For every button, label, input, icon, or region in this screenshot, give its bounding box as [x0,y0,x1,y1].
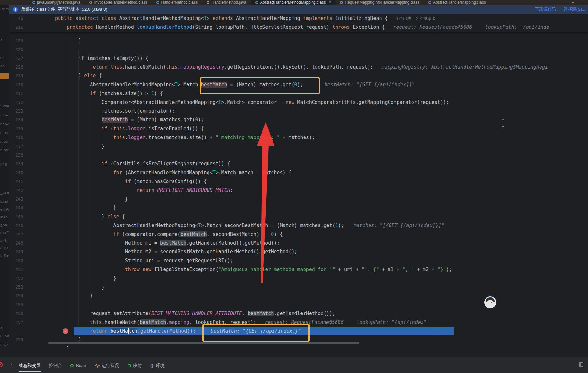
code-line-232: 232 Comparator<AbstractHandlerMethodMapp… [9,98,588,107]
code-line-233: 233 matches.sort(comparator); [9,107,588,115]
flame-icon[interactable]: ≡ [572,0,574,5]
banner-text: 反编译 .class文件, 字节码版本: 52.0 (Java 8) [21,6,107,12]
line-number: 216 [9,23,23,32]
code-text: bestMatch = (Match) matches.get(0); [55,115,204,124]
debug-tab-label: 控制台 [49,363,62,368]
inspection-lines-icon[interactable]: ≣ [502,118,504,122]
inline-debug-hint: matches: "[{GET [/api/index]}]" [354,223,444,228]
tab-abstracthandlermethodmapping-class[interactable]: AbstractHandlerMethodMapping.class× [251,0,336,5]
line-number: 228 [9,63,23,71]
panel-text-fragment: n.con [0,148,9,152]
class-file-icon [428,1,431,4]
inspection-lines-icon-2[interactable]: ≣ [502,125,504,128]
code-text: } [55,291,93,300]
tab-invocablehandlermethod-class[interactable]: InvocableHandlerMethod.class [85,0,152,5]
code-text: Method m2 = secondBestMatch.getHandlerMe… [55,247,297,256]
code-text: AbstractHandlerMethodMapping<T>.Match se… [55,221,444,230]
panel-text-fragment: (dem [0,7,9,11]
line-number: 237 [9,142,23,151]
debug-tab-线程和变量[interactable]: 线程和变量 [19,357,41,373]
code-line-249: 249 Method m2 = secondBestMatch.getHandl… [9,247,588,256]
panel-text-fragment: inAn [0,215,8,219]
code-line-248: 248 Method m1 = bestMatch.getHandlerMeth… [9,239,588,247]
code-line-237: 237 } [9,142,588,151]
line-number: 231 [9,89,23,98]
line-number: 243 [9,195,23,203]
tab-label: AbstractHandlerMethodMapping.class [260,0,326,5]
code-text: } [55,274,116,283]
tab-handlermethod-class[interactable]: HandlerMethod.class [152,0,202,5]
code-text: } [55,37,81,45]
tab-label: javaBase\[il]\Method.java [37,0,80,5]
code-text: this.logger.trace(matches.size() + " mat… [55,133,315,142]
tab-requestmappinginfohandlermapping-class[interactable]: RequestMappingInfoHandlerMapping.class [336,0,423,5]
line-number: 244 [9,203,23,212]
line-number: 252 [9,274,23,283]
line-number: 232 [9,98,23,107]
tab-label: InvocableHandlerMethod.class [94,0,147,5]
toolbar-more-dots-icon[interactable]: ⋮ [9,362,14,367]
code-text: Method m1 = bestMatch.getHandlerMethod()… [55,239,280,247]
code-line-247: 247 if (comparator.compare(bestMatch, se… [9,230,588,239]
debug-tab-环境[interactable]: {}环境 [150,357,165,373]
inline-debug-hint: lookupPath: "/api/inde [485,24,549,30]
sticky-lines-panel: 40public abstract class AbstractHandlerM… [9,14,588,32]
choose-sources-link[interactable]: 选择源(S)... [564,6,585,12]
panel-text-fragment: \Java [0,104,9,108]
decompile-banner: i 反编译 .class文件, 字节码版本: 52.0 (Java 8) 下载源… [9,5,588,14]
code-text: if (matches.size() > 1) { [55,89,163,98]
debug-tab-运行状况[interactable]: 运行状况 [95,357,119,373]
layout-settings-icon[interactable] [579,362,583,367]
pulse-icon [95,364,100,368]
code-line-255: 255 [9,301,588,309]
panel-text-fragment: ernPa [0,207,9,211]
tab-handlermethod-java[interactable]: HandlerMethod.java [202,0,251,5]
code-line-246: 246 AbstractHandlerMethodMapping<T>.Matc… [9,221,588,230]
bean-icon [70,364,74,367]
debug-tab-label: 运行状况 [102,363,119,368]
mapping-leaf-icon [128,364,131,367]
code-line-260: 260 } [9,345,588,347]
assistant-avatar[interactable] [484,296,496,308]
panel-text-fragment: n.con [0,139,9,143]
tab-label: RequestMappingInfoHandlerMapping.class [345,0,419,5]
java-file-icon [207,1,209,4]
line-number: 251 [9,265,23,274]
code-text: return PREFLIGHT_AMBIGUOUS_MATCH; [55,186,233,195]
strip-selected-item[interactable] [0,73,9,79]
line-number: 257 [9,318,23,327]
download-sources-link[interactable]: 下载源代码 [535,6,556,12]
line-number: 227 [9,54,23,63]
line-number: 245 [9,213,23,221]
close-icon[interactable]: × [329,0,331,5]
line-number: 241 [9,177,23,186]
code-text: throw new IllegalStateException("Ambiguo… [55,265,452,274]
code-line-251: 251 throw new IllegalStateException("Amb… [9,265,588,274]
debug-tab-映射[interactable]: 映射 [128,357,142,373]
code-editor[interactable]: 225 }226227 if (matches.isEmpty()) {228 … [9,14,588,347]
code-text: if (CorsUtils.isPreFlightRequest(request… [55,159,230,168]
line-number: 234 [9,115,23,124]
code-text: String uri = request.getRequestURI(); [55,257,233,265]
tab-abstracthandlermapping-class[interactable]: AbstractHandlerMapping.class [424,0,490,5]
debug-tab-Bean[interactable]: Bean [70,357,86,373]
mute-breakpoints-icon[interactable] [0,362,3,367]
code-line-227: 227 if (matches.isEmpty()) { [9,54,588,63]
line-number: 230 [9,81,23,89]
debug-tab-控制台[interactable]: 控制台 [49,357,62,373]
line-number: 236 [9,133,23,142]
braces-icon: {} [150,363,154,368]
tab-javabase-il-method-java[interactable]: javaBase\[il]\Method.java [28,0,85,5]
code-line-238: 238 [9,151,588,159]
avatar-eye [491,302,492,303]
code-text: } [55,283,105,291]
code-text: } [55,345,69,347]
line-number: 235 [9,125,23,133]
code-text: if (comparator.compare(bestMatch, second… [55,230,283,239]
line-number: 226 [9,45,23,54]
inline-debug-hint: lookupPath: "/api/index" [357,319,427,325]
more-dots-icon[interactable]: ⋮ [581,0,585,5]
code-text: } [55,142,105,151]
left-panel-strip: (demoeron\Javaack-cack-cn.conn.conn.conp… [0,5,9,347]
code-text: Comparator<AbstractHandlerMethodMapping<… [55,98,449,107]
